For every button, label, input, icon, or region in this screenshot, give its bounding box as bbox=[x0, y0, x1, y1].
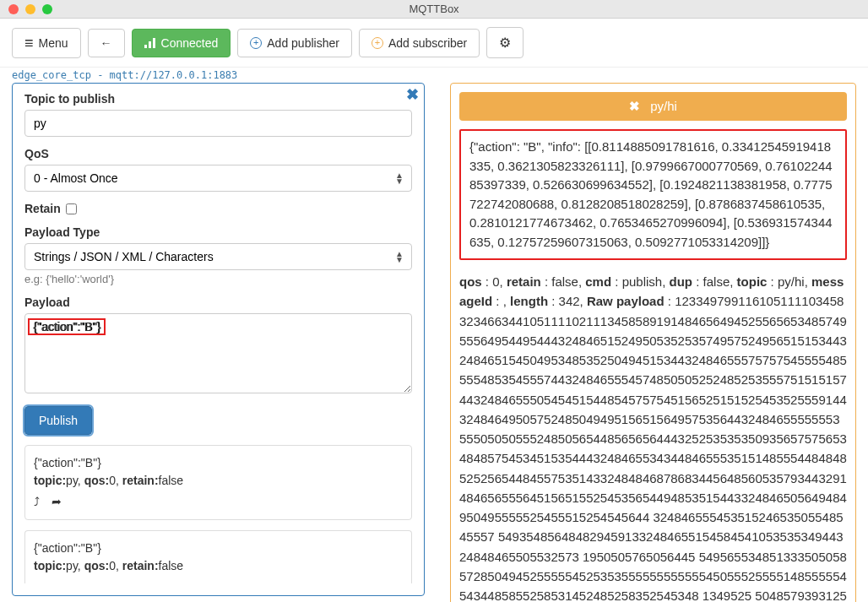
payload-type-hint: e.g: {'hello':'world'} bbox=[24, 273, 412, 285]
history-item: {"action":"B"} topic:py, qos:0, retain:f… bbox=[24, 445, 412, 520]
topic-input[interactable] bbox=[24, 110, 412, 137]
plus-circle-icon: + bbox=[250, 37, 262, 49]
payload-type-label: Payload Type bbox=[24, 225, 412, 239]
menu-button[interactable]: Menu bbox=[12, 28, 81, 58]
publisher-panel: ✖ Topic to publish QoS 0 - Almost Once ▲… bbox=[12, 83, 425, 596]
qos-label: QoS bbox=[24, 147, 412, 160]
history-payload: {"action":"B"} bbox=[34, 540, 403, 557]
main-content: ✖ Topic to publish QoS 0 - Almost Once ▲… bbox=[0, 83, 868, 602]
traffic-lights bbox=[0, 4, 52, 14]
add-subscriber-label: Add subscriber bbox=[388, 36, 467, 50]
settings-button[interactable]: ⚙ bbox=[486, 27, 524, 58]
add-publisher-label: Add publisher bbox=[267, 36, 339, 50]
close-icon[interactable]: ✖ bbox=[629, 99, 640, 113]
arrow-left-icon: ← bbox=[100, 36, 112, 50]
subscriber-topic: py/hi bbox=[650, 99, 677, 113]
publish-button[interactable]: Publish bbox=[24, 406, 92, 435]
back-button[interactable]: ← bbox=[88, 29, 125, 57]
connected-button[interactable]: Connected bbox=[132, 29, 231, 57]
signal-icon bbox=[144, 38, 156, 48]
qos-select[interactable]: 0 - Almost Once bbox=[24, 165, 412, 192]
topic-label: Topic to publish bbox=[24, 92, 412, 106]
history-meta: topic:py, qos:0, retain:false bbox=[34, 472, 403, 490]
plus-circle-icon: + bbox=[372, 37, 383, 49]
message-payload: {"action": "B", "info": [[0.811488509178… bbox=[459, 129, 847, 260]
payload-label: Payload bbox=[24, 296, 412, 309]
window-minimize-button[interactable] bbox=[25, 4, 35, 14]
gear-icon: ⚙ bbox=[499, 35, 511, 51]
payload-type-select[interactable]: Strings / JSON / XML / Characters bbox=[24, 243, 412, 270]
toolbar: Menu ← Connected + Add publisher + Add s… bbox=[0, 19, 868, 68]
message-meta: qos : 0, retain : false, cmd : publish, … bbox=[459, 272, 847, 602]
retain-label: Retain bbox=[24, 202, 61, 215]
window-title: MQTTBox bbox=[409, 3, 458, 15]
window-close-button[interactable] bbox=[8, 4, 19, 14]
menu-icon bbox=[24, 35, 34, 51]
add-publisher-button[interactable]: + Add publisher bbox=[237, 29, 352, 57]
history-item: {"action":"B"} topic:py, qos:0, retain:f… bbox=[24, 530, 412, 583]
republish-icon[interactable]: ⤴ bbox=[34, 493, 40, 511]
history-meta: topic:py, qos:0, retain:false bbox=[34, 557, 403, 575]
menu-label: Menu bbox=[39, 36, 68, 50]
share-icon[interactable]: ➦ bbox=[52, 493, 62, 511]
subscriber-header[interactable]: ✖ py/hi bbox=[459, 92, 847, 121]
retain-checkbox[interactable] bbox=[66, 203, 77, 214]
add-subscriber-button[interactable]: + Add subscriber bbox=[359, 29, 480, 57]
history-payload: {"action":"B"} bbox=[34, 454, 403, 472]
connected-label: Connected bbox=[161, 36, 219, 50]
payload-highlight: {"action":"B"} bbox=[28, 318, 106, 335]
connection-string: edge_core_tcp - mqtt://127.0.0.1:1883 bbox=[0, 68, 868, 83]
raw-payload: 1233497991161051111034583234663441051111… bbox=[459, 294, 847, 602]
subscriber-panel: ✖ py/hi {"action": "B", "info": [[0.8114… bbox=[450, 83, 856, 602]
window-titlebar: MQTTBox bbox=[0, 0, 868, 19]
window-maximize-button[interactable] bbox=[42, 4, 52, 14]
close-icon[interactable]: ✖ bbox=[406, 85, 419, 104]
